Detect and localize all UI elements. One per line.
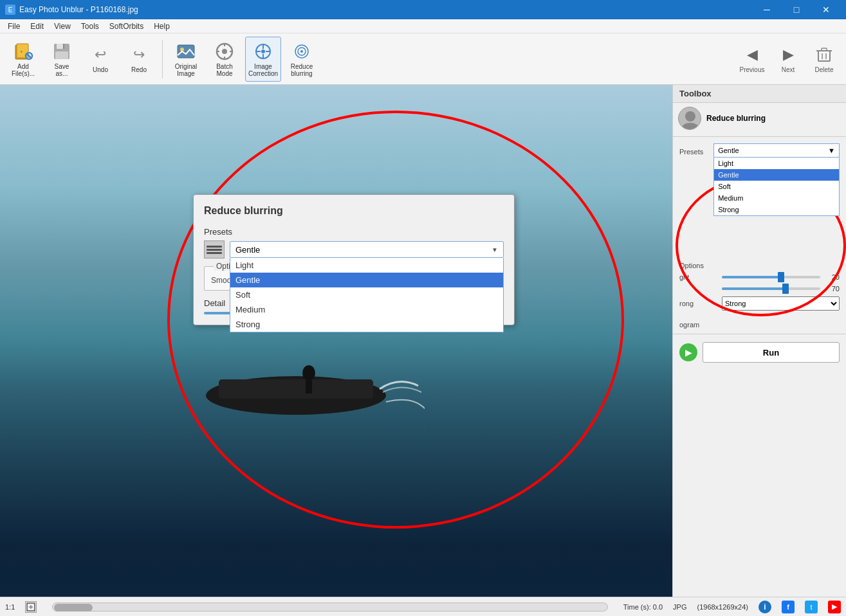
toolbox-strong-row: rong Strong	[679, 296, 840, 311]
preset-dropdown-list[interactable]: Light Gentle Soft Medium Strong	[230, 258, 504, 332]
toolbox-options-label: Options	[679, 262, 704, 269]
toolbox-presets-row: Presets Gentle ▼ Light Gentle Soft Mediu…	[679, 143, 840, 160]
status-bar: 1:1 Time (s): 0.0 JPG (1968x1269x24) i f…	[0, 597, 846, 616]
title-bar-controls[interactable]: ─ □ ✕	[752, 0, 841, 19]
menu-view[interactable]: View	[49, 21, 76, 32]
svg-rect-28	[219, 379, 373, 399]
main-area: Reduce blurring Presets Gentle ▼	[0, 85, 846, 597]
file-format: JPG	[673, 603, 686, 611]
svg-rect-8	[55, 51, 68, 59]
reduce-blurring-icon	[291, 41, 312, 62]
preset-select-wrapper[interactable]: Gentle ▼ Light Gentle Soft Medium Strong	[230, 241, 504, 258]
menu-softorbits[interactable]: SoftOrbits	[104, 21, 149, 32]
toolbox-slider2-track[interactable]	[722, 287, 820, 290]
toolbox-strong-dropdown-wrapper[interactable]: Strong	[722, 296, 840, 311]
facebook-icon[interactable]: f	[782, 601, 795, 613]
save-as-icon	[51, 41, 72, 62]
minimize-button[interactable]: ─	[752, 0, 782, 19]
toolbox-slider1-container[interactable]	[722, 276, 820, 278]
toolbox-preset-list[interactable]: Light Gentle Soft Medium Strong	[713, 158, 840, 216]
popup-title: Reduce blurring	[204, 205, 504, 217]
toolbox-slider1-track[interactable]	[722, 276, 820, 278]
toolbox-slider2-container[interactable]	[722, 287, 820, 290]
svg-point-29	[302, 365, 315, 381]
svg-point-32	[682, 123, 699, 130]
image-correction-button[interactable]: Image Correction	[245, 37, 281, 82]
scroll-bar[interactable]	[52, 602, 607, 611]
next-button[interactable]: ▶ Next	[771, 37, 805, 82]
redo-button[interactable]: ↪ Redo	[121, 37, 157, 82]
toolbox-slider2-value: 70	[824, 285, 840, 293]
reduce-blurring-dialog: Reduce blurring Presets Gentle ▼	[193, 194, 515, 325]
toolbox-slider1-thumb[interactable]	[778, 272, 784, 282]
svg-point-21	[300, 50, 303, 53]
svg-rect-30	[306, 381, 312, 394]
toolbox-preset-dropdown[interactable]: Gentle ▼ Light Gentle Soft Medium Strong	[713, 143, 840, 158]
batch-mode-label: Batch Mode	[216, 63, 233, 77]
image-correction-icon	[253, 41, 273, 62]
maximize-button[interactable]: □	[782, 0, 811, 19]
toolbar: + Add File(s)... Save as... ↩ Undo ↪ Red…	[0, 33, 846, 85]
preset-select-display[interactable]: Gentle ▼	[230, 241, 504, 258]
svg-rect-7	[63, 44, 64, 49]
preset-row: Gentle ▼ Light Gentle Soft Medium Strong	[204, 240, 504, 258]
preset-option-medium[interactable]: Medium	[230, 302, 503, 317]
toolbox-preset-gentle[interactable]: Gentle	[714, 169, 839, 181]
save-as-label: Save as...	[55, 63, 69, 77]
twitter-icon[interactable]: t	[805, 601, 818, 613]
toolbox-preset-display[interactable]: Gentle ▼	[713, 143, 840, 158]
toolbox-strong-label: rong	[679, 300, 718, 307]
previous-button[interactable]: ◀ Previous	[735, 37, 769, 82]
menu-help[interactable]: Help	[149, 21, 175, 32]
menu-tools[interactable]: Tools	[76, 21, 104, 32]
preset-icon	[204, 240, 225, 258]
zoom-level: 1:1	[5, 603, 15, 611]
next-icon: ▶	[778, 44, 798, 65]
canvas-area[interactable]: Reduce blurring Presets Gentle ▼	[0, 85, 672, 597]
delete-button[interactable]: Delete	[807, 37, 841, 82]
toolbox-slider1-value: 20	[824, 273, 840, 281]
preset-option-soft[interactable]: Soft	[230, 287, 503, 302]
toolbox-preset-soft[interactable]: Soft	[714, 181, 839, 192]
preset-option-gentle[interactable]: Gentle	[230, 273, 503, 287]
dropdown-arrow-icon: ▼	[492, 246, 498, 253]
preset-option-strong[interactable]: Strong	[230, 317, 503, 332]
toolbox-strong-select[interactable]: Strong	[722, 296, 840, 311]
toolbox-options-label-row: Options	[679, 262, 840, 269]
undo-button[interactable]: ↩ Undo	[82, 37, 118, 82]
svg-rect-24	[822, 48, 827, 51]
toolbox-slider1-label: ght	[679, 273, 718, 281]
info-icon[interactable]: i	[759, 601, 771, 613]
run-label: Run	[763, 348, 779, 358]
undo-label: Undo	[93, 66, 108, 73]
original-image-button[interactable]: Original Image	[168, 37, 204, 82]
presets-section: Presets Gentle ▼ Light G	[204, 227, 504, 258]
close-button[interactable]: ✕	[811, 0, 841, 19]
add-file-label: Add File(s)...	[12, 63, 35, 77]
delete-label: Delete	[815, 66, 834, 73]
batch-mode-button[interactable]: Batch Mode	[207, 37, 243, 82]
reduce-blurring-button[interactable]: Reduce blurring	[284, 37, 320, 82]
svg-point-31	[685, 111, 695, 122]
window-title: Easy Photo Unblur - P1160168.jpg	[19, 5, 138, 14]
previous-label: Previous	[740, 66, 765, 73]
toolbox-preset-medium[interactable]: Medium	[714, 192, 839, 204]
youtube-icon[interactable]: ▶	[828, 601, 841, 613]
toolbox-slider2-thumb[interactable]	[782, 284, 789, 294]
menu-bar: File Edit View Tools SoftOrbits Help	[0, 19, 846, 33]
zoom-fit-button[interactable]	[25, 601, 37, 613]
preset-option-light[interactable]: Light	[230, 258, 503, 273]
add-file-button[interactable]: + Add File(s)...	[5, 37, 41, 82]
run-button[interactable]: Run	[703, 342, 840, 363]
toolbox-section-title: Reduce blurring	[706, 114, 841, 123]
toolbox-avatar	[678, 107, 701, 130]
previous-icon: ◀	[742, 44, 762, 65]
save-as-button[interactable]: Save as...	[44, 37, 80, 82]
toolbox-panel: Toolbox Reduce blurring Presets Gentle ▼	[672, 85, 846, 597]
scroll-thumb[interactable]	[54, 604, 93, 611]
menu-edit[interactable]: Edit	[25, 21, 49, 32]
toolbox-preset-strong[interactable]: Strong	[714, 204, 839, 215]
status-right: Time (s): 0.0 JPG (1968x1269x24) i f t ▶	[623, 601, 841, 613]
menu-file[interactable]: File	[3, 21, 25, 32]
toolbox-preset-light[interactable]: Light	[714, 158, 839, 169]
